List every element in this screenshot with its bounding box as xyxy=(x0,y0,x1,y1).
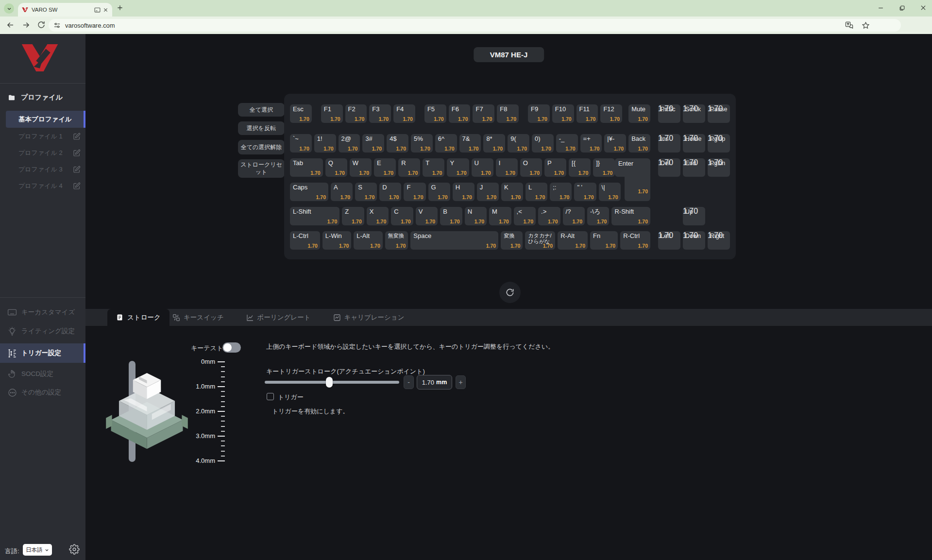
key-R-Ctrl[interactable]: R-Ctrl1.70 xyxy=(620,231,650,250)
tab-search-chevron-icon[interactable] xyxy=(4,3,14,14)
key-A[interactable]: A1.70 xyxy=(331,183,353,201)
key-,<[interactable]: ,<1.70 xyxy=(514,207,536,225)
key-Y[interactable]: Y1.70 xyxy=(447,158,469,177)
key-F8[interactable]: F81.70 xyxy=(497,104,519,123)
key-Ins[interactable]: Ins1.70 xyxy=(658,134,680,153)
profile-item[interactable]: 基本プロファイル xyxy=(6,111,85,128)
key-S[interactable]: S1.70 xyxy=(355,183,377,201)
url-bar[interactable]: varosoftware.com xyxy=(49,19,901,32)
key-[{[interactable]: [{1.70 xyxy=(569,158,591,177)
key-=+[interactable]: =+1.70 xyxy=(580,134,602,153)
key-R-Shift[interactable]: R-Shift1.70 xyxy=(611,207,650,225)
key-5%[interactable]: 5%1.70 xyxy=(411,134,433,153)
key-F9[interactable]: F91.70 xyxy=(528,104,550,123)
key-P[interactable]: P1.70 xyxy=(544,158,566,177)
key-Mute[interactable]: Mute1.70 xyxy=(628,104,650,123)
slider-handle[interactable] xyxy=(326,377,333,388)
key-R-Alt[interactable]: R-Alt1.70 xyxy=(558,231,588,250)
increment-button[interactable]: + xyxy=(456,375,466,389)
key-E[interactable]: E1.70 xyxy=(374,158,396,177)
key-F3[interactable]: F31.70 xyxy=(369,104,391,123)
key-Q[interactable]: Q1.70 xyxy=(325,158,347,177)
key-Fn[interactable]: Fn1.70 xyxy=(590,231,618,250)
key-Pause[interactable]: Pause1.70 xyxy=(708,104,730,123)
key-V[interactable]: V1.70 xyxy=(416,207,438,225)
key-O[interactable]: O1.70 xyxy=(520,158,542,177)
refresh-button[interactable] xyxy=(499,282,521,303)
key-Del[interactable]: Del1.70 xyxy=(658,158,680,177)
key-L-Ctrl[interactable]: L-Ctrl1.70 xyxy=(290,231,320,250)
key-H[interactable]: H1.70 xyxy=(453,183,474,201)
key-J[interactable]: J1.70 xyxy=(477,183,499,201)
key-変換[interactable]: 変換1.70 xyxy=(501,231,523,250)
key-9([interactable]: 9(1.70 xyxy=(508,134,529,153)
key-X[interactable]: X1.70 xyxy=(367,207,389,225)
key-L-Win[interactable]: L-Win1.70 xyxy=(322,231,351,250)
key-7&[interactable]: 7&1.70 xyxy=(459,134,481,153)
translate-icon[interactable] xyxy=(845,21,853,30)
tab-calib[interactable]: キャリブレーション xyxy=(333,313,405,322)
new-tab-button[interactable] xyxy=(117,4,123,11)
key-F4[interactable]: F41.70 xyxy=(393,104,415,123)
profile-item[interactable]: プロファイル 1 xyxy=(6,129,85,144)
key-Caps[interactable]: Caps1.70 xyxy=(290,183,328,201)
key-F1[interactable]: F11.70 xyxy=(321,104,343,123)
maximize-icon[interactable] xyxy=(897,3,907,13)
key-/?[interactable]: /?1.70 xyxy=(563,207,585,225)
key-Down[interactable]: Down1.70 xyxy=(683,231,705,250)
key-6^[interactable]: 6^1.70 xyxy=(435,134,457,153)
key--_[interactable]: -_1.70 xyxy=(556,134,578,153)
key-D[interactable]: D1.70 xyxy=(379,183,401,201)
trigger-checkbox[interactable] xyxy=(267,393,274,400)
key-N[interactable]: N1.70 xyxy=(465,207,487,225)
edit-icon[interactable] xyxy=(73,182,81,190)
key-PgDn[interactable]: PgDn1.70 xyxy=(708,158,730,177)
reload-icon[interactable] xyxy=(37,20,46,29)
key-PgUp[interactable]: PgUp1.70 xyxy=(708,134,730,153)
actuation-slider[interactable] xyxy=(265,381,399,384)
edit-icon[interactable] xyxy=(73,133,81,140)
key-2@[interactable]: 2@1.70 xyxy=(339,134,360,153)
key-8*[interactable]: 8*1.70 xyxy=(483,134,505,153)
key-L-Alt[interactable]: L-Alt1.70 xyxy=(354,231,382,250)
key-\|[interactable]: \|1.70 xyxy=(599,183,621,201)
key--\ろ[interactable]: -\ろ1.70 xyxy=(587,207,609,225)
key-PrtSc[interactable]: PrtSc1.70 xyxy=(658,104,680,123)
key-ScrLk[interactable]: ScrLk1.70 xyxy=(683,104,705,123)
actuation-value-box[interactable]: 1.70 mm xyxy=(417,375,452,390)
key-T[interactable]: T1.70 xyxy=(423,158,444,177)
key-4$[interactable]: 4$1.70 xyxy=(387,134,408,153)
key-Up[interactable]: Up1.70 xyxy=(683,207,705,225)
key-F7[interactable]: F71.70 xyxy=(473,104,494,123)
key-F10[interactable]: F101.70 xyxy=(552,104,574,123)
back-icon[interactable] xyxy=(6,20,15,30)
key-F2[interactable]: F21.70 xyxy=(345,104,367,123)
key-G[interactable]: G1.70 xyxy=(428,183,450,201)
key-.>[interactable]: .>1.70 xyxy=(538,207,560,225)
key-Right[interactable]: Right1.70 xyxy=(708,231,730,250)
key-B[interactable]: B1.70 xyxy=(440,207,462,225)
edit-icon[interactable] xyxy=(73,166,81,173)
tab-stroke[interactable]: ストローク xyxy=(107,309,169,326)
browser-tab[interactable]: VARO SW xyxy=(18,3,112,17)
key-M[interactable]: M1.70 xyxy=(489,207,511,225)
key-3#[interactable]: 3#1.70 xyxy=(362,134,384,153)
forward-icon[interactable] xyxy=(21,20,31,30)
key-L[interactable]: L1.70 xyxy=(525,183,547,201)
site-settings-icon[interactable] xyxy=(53,22,61,29)
key-" '[interactable]: " '1.70 xyxy=(574,183,596,201)
settings-gear-icon[interactable] xyxy=(69,544,80,555)
sidebar-item-dots[interactable]: その他の設定 xyxy=(0,385,85,400)
selection-button[interactable]: 選択を反転 xyxy=(238,121,285,135)
profile-item[interactable]: プロファイル 4 xyxy=(6,179,85,193)
key-R[interactable]: R1.70 xyxy=(398,158,420,177)
sidebar-item-trigger[interactable]: トリガー設定 xyxy=(0,343,85,363)
profile-item[interactable]: プロファイル 2 xyxy=(6,146,85,160)
key-F5[interactable]: F51.70 xyxy=(424,104,446,123)
key-]}[interactable]: ]}1.70 xyxy=(593,158,615,177)
key-F11[interactable]: F111.70 xyxy=(576,104,598,123)
bookmark-star-icon[interactable] xyxy=(862,21,870,30)
sidebar-item-hand[interactable]: SOCD設定 xyxy=(0,367,85,381)
key-カタカナ/ひらがな[interactable]: カタカナ/ひらがな1.70 xyxy=(525,231,555,250)
sidebar-item-bulb[interactable]: ライティング設定 xyxy=(0,324,85,339)
